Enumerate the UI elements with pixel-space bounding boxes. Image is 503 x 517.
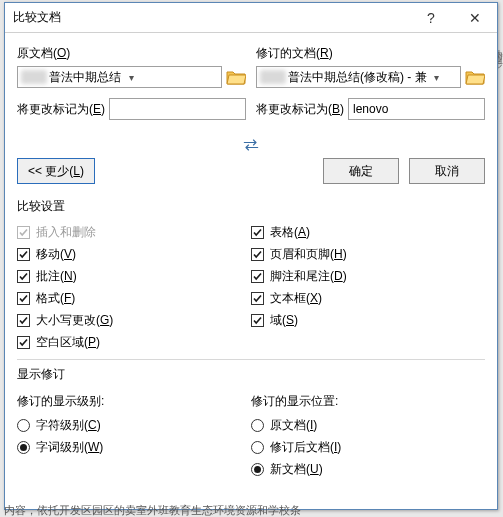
less-button[interactable]: << 更少(L) bbox=[17, 158, 95, 184]
original-mark-input[interactable] bbox=[109, 98, 246, 120]
checkbox-icon bbox=[17, 336, 30, 349]
revised-mark-label: 将更改标记为(B) bbox=[256, 101, 344, 118]
checkbox-label: 脚注和尾注(D) bbox=[270, 268, 347, 285]
thumbnail-icon bbox=[21, 70, 47, 84]
radio-label: 修订后文档(I) bbox=[270, 439, 341, 456]
radio-option[interactable]: 字符级别(C) bbox=[17, 414, 251, 436]
background-text: 内容，依托开发区园区的卖室外班教育生态环境资源和学校条 bbox=[0, 503, 503, 517]
radio-icon bbox=[251, 441, 264, 454]
position-title: 修订的显示位置: bbox=[251, 393, 485, 410]
checkbox-icon bbox=[251, 248, 264, 261]
radio-label: 新文档(U) bbox=[270, 461, 323, 478]
original-doc-label: 原文档(O) bbox=[17, 45, 246, 62]
checkbox-label: 表格(A) bbox=[270, 224, 310, 241]
checkbox-icon bbox=[17, 270, 30, 283]
browse-revised-button[interactable] bbox=[465, 68, 485, 86]
radio-icon bbox=[251, 419, 264, 432]
level-title: 修订的显示级别: bbox=[17, 393, 251, 410]
checkbox-label: 移动(V) bbox=[36, 246, 76, 263]
ok-button[interactable]: 确定 bbox=[323, 158, 399, 184]
radio-icon bbox=[17, 419, 30, 432]
original-doc-filename: 普法中期总结 bbox=[47, 69, 123, 86]
checkbox-option[interactable]: 格式(F) bbox=[17, 287, 251, 309]
original-doc-group: 原文档(O) 普法中期总结 ▾ 将更改标记为(E) bbox=[17, 41, 246, 120]
close-button[interactable]: ✕ bbox=[453, 3, 497, 33]
checkbox-icon bbox=[17, 314, 30, 327]
checkbox-label: 文本框(X) bbox=[270, 290, 322, 307]
background-right-strip: 功 分 历 步 bbox=[499, 40, 503, 497]
checkbox-option[interactable]: 移动(V) bbox=[17, 243, 251, 265]
show-revisions-section: 显示修订 修订的显示级别: 字符级别(C)字词级别(W) 修订的显示位置: 原文… bbox=[17, 366, 485, 480]
chevron-down-icon: ▾ bbox=[123, 72, 139, 83]
radio-icon bbox=[251, 463, 264, 476]
revised-doc-filename: 普法中期总结(修改稿) - 兼 bbox=[286, 69, 429, 86]
revised-mark-input[interactable]: lenovo bbox=[348, 98, 485, 120]
checkbox-label: 空白区域(P) bbox=[36, 334, 100, 351]
checkbox-label: 批注(N) bbox=[36, 268, 77, 285]
radio-option[interactable]: 字词级别(W) bbox=[17, 436, 251, 458]
radio-icon bbox=[17, 441, 30, 454]
chevron-down-icon: ▾ bbox=[429, 72, 445, 83]
titlebar: 比较文档 ? ✕ bbox=[5, 3, 497, 33]
show-revisions-title: 显示修订 bbox=[17, 366, 485, 383]
checkbox-icon bbox=[251, 314, 264, 327]
checkbox-icon bbox=[251, 270, 264, 283]
dialog-content: 原文档(O) 普法中期总结 ▾ 将更改标记为(E) bbox=[5, 33, 497, 480]
checkbox-icon bbox=[251, 226, 264, 239]
checkbox-label: 大小写更改(G) bbox=[36, 312, 113, 329]
checkbox-option[interactable]: 空白区域(P) bbox=[17, 331, 251, 353]
separator bbox=[17, 359, 485, 360]
radio-option[interactable]: 新文档(U) bbox=[251, 458, 485, 480]
radio-label: 字词级别(W) bbox=[36, 439, 103, 456]
checkbox-label: 域(S) bbox=[270, 312, 298, 329]
radio-option[interactable]: 原文档(I) bbox=[251, 414, 485, 436]
checkbox-option[interactable]: 表格(A) bbox=[251, 221, 485, 243]
checkbox-icon bbox=[17, 248, 30, 261]
checkbox-icon bbox=[17, 226, 30, 239]
radio-label: 原文档(I) bbox=[270, 417, 317, 434]
checkbox-option: 插入和删除 bbox=[17, 221, 251, 243]
radio-label: 字符级别(C) bbox=[36, 417, 101, 434]
compare-settings-section: 比较设置 插入和删除移动(V)批注(N)格式(F)大小写更改(G)空白区域(P)… bbox=[17, 198, 485, 353]
checkbox-label: 页眉和页脚(H) bbox=[270, 246, 347, 263]
checkbox-icon bbox=[251, 292, 264, 305]
checkbox-option[interactable]: 批注(N) bbox=[17, 265, 251, 287]
checkbox-label: 格式(F) bbox=[36, 290, 75, 307]
swap-button[interactable] bbox=[17, 138, 485, 152]
original-mark-label: 将更改标记为(E) bbox=[17, 101, 105, 118]
help-button[interactable]: ? bbox=[409, 3, 453, 33]
checkbox-option[interactable]: 大小写更改(G) bbox=[17, 309, 251, 331]
browse-original-button[interactable] bbox=[226, 68, 246, 86]
radio-option[interactable]: 修订后文档(I) bbox=[251, 436, 485, 458]
window-title: 比较文档 bbox=[5, 9, 409, 26]
checkbox-label: 插入和删除 bbox=[36, 224, 96, 241]
checkbox-option[interactable]: 页眉和页脚(H) bbox=[251, 243, 485, 265]
checkbox-icon bbox=[17, 292, 30, 305]
checkbox-option[interactable]: 域(S) bbox=[251, 309, 485, 331]
original-doc-combo[interactable]: 普法中期总结 ▾ bbox=[17, 66, 222, 88]
revised-doc-group: 修订的文档(R) 普法中期总结(修改稿) - 兼 ▾ 将更改标记为(B) bbox=[256, 41, 485, 120]
checkbox-option[interactable]: 文本框(X) bbox=[251, 287, 485, 309]
revised-doc-combo[interactable]: 普法中期总结(修改稿) - 兼 ▾ bbox=[256, 66, 461, 88]
cancel-button[interactable]: 取消 bbox=[409, 158, 485, 184]
compare-documents-dialog: 比较文档 ? ✕ 原文档(O) 普法中期总结 ▾ bbox=[4, 2, 498, 510]
revised-doc-label: 修订的文档(R) bbox=[256, 45, 485, 62]
checkbox-option[interactable]: 脚注和尾注(D) bbox=[251, 265, 485, 287]
compare-settings-title: 比较设置 bbox=[17, 198, 485, 215]
thumbnail-icon bbox=[260, 70, 286, 84]
